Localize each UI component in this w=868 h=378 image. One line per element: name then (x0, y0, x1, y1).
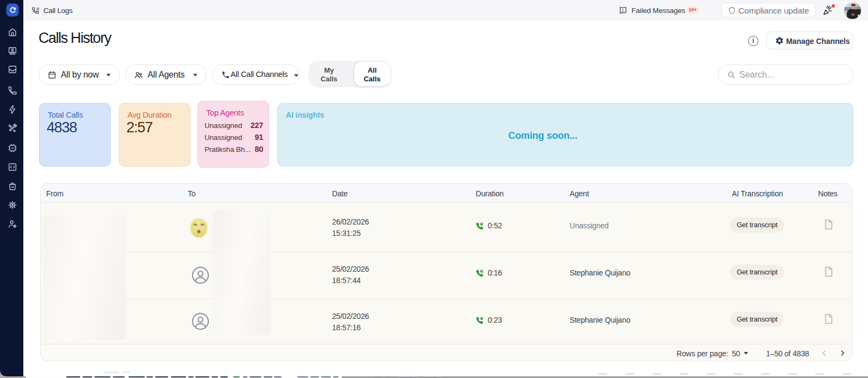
svg-text:AI: AI (11, 146, 14, 150)
